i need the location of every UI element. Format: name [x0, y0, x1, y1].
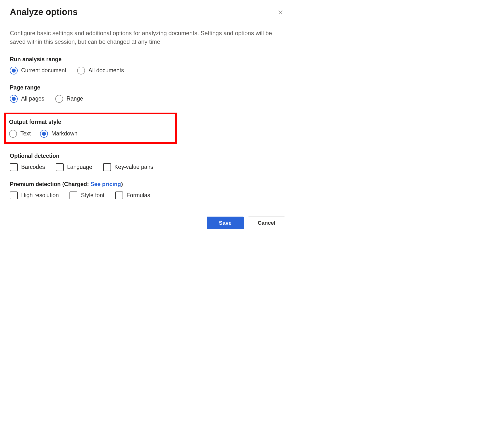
checkbox-label: Key-value pairs — [114, 164, 154, 170]
radio-icon — [10, 95, 18, 103]
analyze-options-dialog: Analyze options Configure basic settings… — [0, 0, 295, 239]
checkbox-barcodes[interactable]: Barcodes — [10, 163, 45, 171]
section-title-page-range: Page range — [10, 84, 285, 91]
checkbox-label: Style font — [81, 192, 104, 199]
dialog-footer: Save Cancel — [10, 217, 285, 229]
page-range-options: All pages Range — [10, 95, 285, 103]
see-pricing-link[interactable]: See pricing — [90, 181, 121, 187]
radio-icon — [40, 130, 48, 138]
checkbox-icon — [10, 192, 18, 199]
optional-detection-options: Barcodes Language Key-value pairs — [10, 163, 285, 171]
radio-text[interactable]: Text — [9, 130, 31, 138]
premium-title-prefix: Premium detection (Charged: — [10, 181, 90, 187]
section-premium-detection: Premium detection (Charged: See pricing)… — [10, 181, 285, 199]
section-title-output-format: Output format style — [9, 119, 172, 125]
dialog-title: Analyze options — [10, 7, 285, 17]
section-run-analysis-range: Run analysis range Current document All … — [10, 56, 285, 74]
checkbox-key-value-pairs[interactable]: Key-value pairs — [103, 163, 154, 171]
cancel-button[interactable]: Cancel — [248, 217, 285, 229]
radio-markdown[interactable]: Markdown — [40, 130, 77, 138]
radio-current-document[interactable]: Current document — [10, 67, 66, 74]
radio-icon — [10, 67, 18, 74]
close-button[interactable] — [277, 9, 284, 16]
highlight-output-format: Output format style Text Markdown — [4, 113, 177, 144]
close-icon — [278, 10, 283, 15]
section-output-format: Output format style Text Markdown — [9, 119, 172, 138]
radio-label: Current document — [21, 67, 66, 74]
radio-label: All documents — [88, 67, 124, 74]
run-analysis-options: Current document All documents — [10, 67, 285, 74]
checkbox-high-resolution[interactable]: High resolution — [10, 192, 59, 199]
checkbox-icon — [70, 192, 77, 199]
premium-detection-options: High resolution Style font Formulas — [10, 192, 285, 199]
section-title-optional-detection: Optional detection — [10, 153, 285, 159]
premium-title-suffix: ) — [121, 181, 123, 187]
section-title-run-analysis: Run analysis range — [10, 56, 285, 63]
dialog-description: Configure basic settings and additional … — [10, 29, 285, 46]
section-page-range: Page range All pages Range — [10, 84, 285, 103]
checkbox-label: High resolution — [21, 192, 59, 199]
checkbox-icon — [56, 163, 64, 171]
radio-range[interactable]: Range — [55, 95, 83, 103]
radio-icon — [77, 67, 85, 74]
output-format-options: Text Markdown — [9, 130, 172, 138]
checkbox-icon — [115, 192, 123, 199]
checkbox-formulas[interactable]: Formulas — [115, 192, 150, 199]
save-button[interactable]: Save — [207, 217, 244, 229]
checkbox-label: Barcodes — [21, 164, 45, 170]
section-optional-detection: Optional detection Barcodes Language Key… — [10, 153, 285, 171]
radio-label: Markdown — [51, 130, 77, 137]
radio-icon — [9, 130, 17, 138]
radio-all-pages[interactable]: All pages — [10, 95, 44, 103]
radio-all-documents[interactable]: All documents — [77, 67, 124, 74]
checkbox-icon — [103, 163, 111, 171]
checkbox-label: Formulas — [126, 192, 150, 199]
section-title-premium-detection: Premium detection (Charged: See pricing) — [10, 181, 285, 188]
radio-label: All pages — [21, 95, 44, 102]
checkbox-language[interactable]: Language — [56, 163, 92, 171]
checkbox-label: Language — [67, 164, 92, 170]
radio-label: Range — [67, 95, 83, 102]
radio-label: Text — [20, 130, 31, 137]
radio-icon — [55, 95, 63, 103]
checkbox-style-font[interactable]: Style font — [70, 192, 104, 199]
checkbox-icon — [10, 163, 18, 171]
